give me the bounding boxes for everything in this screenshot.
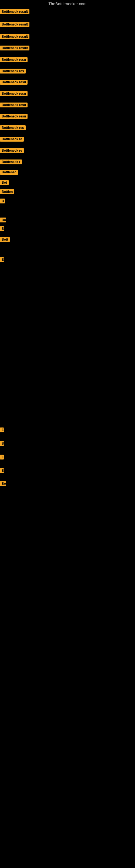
badge-label: Bottleneck resu — [0, 91, 28, 96]
badge-label: E — [0, 455, 4, 460]
bottleneck-result-badge: B — [0, 468, 4, 474]
badge-label: Bottleneck resu — [0, 80, 28, 85]
badge-label: B — [0, 441, 4, 446]
bottleneck-result-badge: Bo — [0, 481, 6, 487]
bottleneck-result-badge: Bottleneck result — [0, 22, 30, 28]
badge-label: Bott — [0, 237, 10, 242]
badge-label: Bottleneck re — [0, 148, 24, 153]
bottleneck-result-badge: Bottleneck resu — [0, 102, 28, 108]
bottleneck-result-badge: Bottleneck result — [0, 34, 30, 40]
badge-label: B — [0, 226, 4, 231]
badge-label: Bottleneck resu — [0, 102, 28, 107]
badge-label: E — [0, 428, 4, 432]
bottleneck-result-badge: Bottleneck result — [0, 45, 30, 52]
badge-label: Bottleneck r — [0, 159, 22, 164]
bottleneck-result-badge: Bottleneck r — [0, 159, 22, 165]
bottleneck-result-badge: Bottleneck res — [0, 125, 26, 131]
badge-label: Bot — [0, 180, 9, 185]
bottleneck-result-badge: Bottleneck resu — [0, 57, 28, 63]
bottleneck-result-badge: Bottleneck resu — [0, 80, 28, 86]
bottleneck-result-badge: Bottlenec — [0, 170, 18, 176]
bottleneck-result-badge: Bottlen — [0, 189, 14, 195]
badge-label: B — [0, 198, 5, 204]
site-title: TheBottlenecker.com — [0, 0, 135, 7]
bottleneck-result-badge: B — [0, 441, 4, 447]
bottleneck-result-badge: Bottleneck re — [0, 148, 24, 154]
badge-label: Bottlen — [0, 189, 14, 194]
badge-label: Bo — [0, 218, 6, 222]
bottleneck-result-badge: Bot — [0, 180, 9, 186]
badge-label: B — [0, 468, 4, 473]
badge-label: Bottleneck resu — [0, 114, 28, 119]
bottleneck-result-badge: Bott — [0, 237, 10, 243]
badge-label: Bo — [0, 481, 6, 486]
badge-label: Bottlenec — [0, 170, 18, 175]
badge-label: Bottleneck result — [0, 34, 30, 39]
badge-label: Bottleneck resu — [0, 57, 28, 62]
bottleneck-result-badge: Bottleneck res — [0, 69, 26, 74]
bottleneck-result-badge: E — [0, 257, 4, 263]
badge-label: Bottleneck result — [0, 45, 30, 51]
bottleneck-result-badge: Bottleneck re — [0, 137, 24, 143]
bottleneck-result-badge: Bottleneck result — [0, 9, 30, 15]
badge-label: Bottleneck res — [0, 69, 26, 73]
bottleneck-result-badge: E — [0, 455, 4, 461]
badge-label: Bottleneck res — [0, 125, 26, 130]
badge-label: E — [0, 257, 4, 262]
badge-label: Bottleneck result — [0, 22, 30, 27]
badge-label: Bottleneck re — [0, 137, 24, 142]
bottleneck-result-badge: Bottleneck resu — [0, 114, 28, 120]
bottleneck-result-badge: B — [0, 226, 4, 232]
badge-label: Bottleneck result — [0, 9, 30, 14]
bottleneck-result-badge: E — [0, 428, 4, 433]
bottleneck-result-badge: Bottleneck resu — [0, 91, 28, 97]
bottleneck-result-badge: Bo — [0, 218, 6, 223]
bottleneck-result-badge: B — [0, 198, 5, 205]
